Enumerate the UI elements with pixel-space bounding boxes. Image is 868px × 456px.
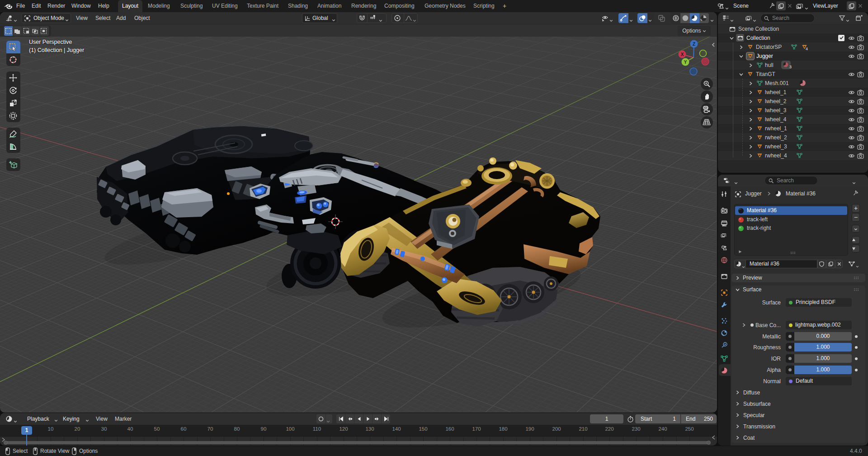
- svg-text:Y: Y: [684, 60, 687, 65]
- svg-text:X: X: [681, 52, 684, 57]
- svg-text:Z: Z: [693, 42, 695, 47]
